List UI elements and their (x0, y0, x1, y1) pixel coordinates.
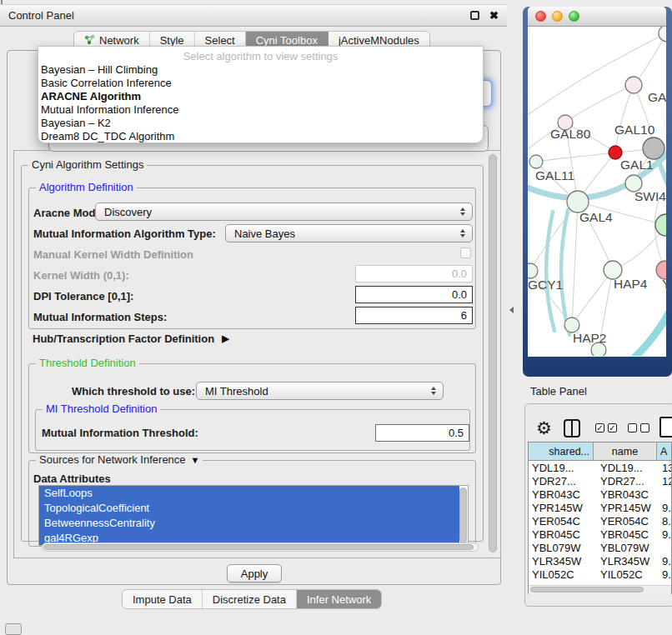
table-panel-title: Table Panel (530, 385, 587, 398)
list-item[interactable]: SelfLoops (39, 486, 459, 501)
collapsed-panel-icon[interactable] (5, 623, 22, 635)
mi-type-select[interactable]: Naive Bayes (225, 224, 473, 242)
zoom-window-icon[interactable] (569, 11, 579, 22)
kernel-width-input[interactable]: 0.0 (355, 265, 473, 282)
stepper-icon (460, 208, 465, 216)
settings-hscrollbar-thumb[interactable] (43, 544, 474, 550)
threshold-definition-title: Threshold Definition (36, 357, 139, 369)
table-row[interactable]: YBR045CYBR045C9. (529, 528, 671, 541)
unchecked-checkbox-icon[interactable] (628, 423, 637, 432)
dropdown-item[interactable]: Dream8 DC_TDC Algorithm (38, 130, 483, 143)
table-hscrollbar-track (529, 585, 671, 594)
mi-threshold-group: MI Threshold Definition Mutual Informati… (35, 409, 470, 451)
column-layout-icon[interactable] (564, 419, 580, 438)
aracne-mode-select[interactable]: Discovery (95, 202, 473, 221)
dropdown-item[interactable]: Mutual Information Inference (38, 103, 483, 117)
gear-icon[interactable]: ⚙ (536, 419, 552, 437)
manual-kernel-checkbox[interactable] (460, 248, 471, 258)
node-label: HAP2 (573, 331, 607, 345)
control-panel: Control Panel ✖ Network Style Select Cyn… (0, 4, 507, 614)
node-gal11[interactable] (529, 155, 543, 168)
dropdown-item[interactable]: Bayesian – Hill Climbing (38, 63, 483, 77)
screen: Control Panel ✖ Network Style Select Cyn… (0, 0, 672, 635)
network-window: GAL GAL80 GAL10 GAL1 GAL11 SWI4 GAL4 GCY… (528, 7, 666, 357)
table-header-row: shared... name A (529, 442, 671, 461)
tab-jactivemnodules-label: jActiveMNodules (339, 34, 419, 47)
dropdown-item-highlighted[interactable]: ARACNE Algorithm (38, 90, 483, 103)
node-label: GAL (648, 90, 666, 104)
cyni-algorithm-settings-title: Cyni Algorithm Settings (28, 158, 147, 171)
tab-impute-data[interactable]: Impute Data (123, 590, 203, 608)
mi-threshold-input[interactable]: 0.5 (375, 424, 469, 442)
stepper-icon (460, 229, 465, 238)
dropdown-item[interactable]: Basic Correlation Inference (38, 77, 483, 90)
table-row[interactable]: YDL19...YDL19...13 (529, 461, 671, 474)
mi-threshold-label: Mutual Information Threshold: (42, 427, 198, 439)
table-row[interactable]: YDR27...YDR27...12 (529, 474, 671, 488)
algorithm-definition-group: Algorithm Definition Aracne Mode: Discov… (28, 188, 476, 329)
cyni-bottom-tabs: Impute Data Discretize Data Infer Networ… (122, 589, 382, 609)
dropdown-item[interactable]: Bayesian – K2 (38, 117, 483, 130)
tab-discretize-data[interactable]: Discretize Data (203, 590, 297, 608)
expander-down-icon: ▼ (191, 455, 200, 465)
mi-steps-label: Mutual Information Steps: (33, 311, 167, 323)
column-header-partial[interactable]: A (657, 442, 672, 460)
table-row[interactable]: YER054CYER054C8. (529, 514, 671, 528)
list-item[interactable]: BetweennessCentrality (39, 516, 459, 531)
splitter-collapse-icon[interactable] (509, 307, 514, 313)
settings-hscrollbar-track (42, 542, 479, 552)
which-threshold-value: MI Threshold (205, 385, 268, 398)
table-row[interactable]: YBL079WYBL079W (529, 541, 671, 554)
node-label: Y (662, 277, 666, 291)
tab-discretize-data-label: Discretize Data (213, 593, 286, 606)
list-vscrollbar-thumb[interactable] (459, 488, 467, 543)
node-label: GAL80 (550, 127, 591, 141)
mi-threshold-title: MI Threshold Definition (43, 402, 160, 415)
cyni-algorithm-settings-group: Cyni Algorithm Settings Algorithm Defini… (21, 165, 484, 542)
node-label: GAL4 (579, 210, 613, 224)
node-label: HAP4 (614, 277, 648, 291)
checked-checkbox-icon[interactable]: ✓ (595, 423, 604, 432)
control-panel-title: Control Panel (8, 9, 470, 22)
table-row[interactable]: YBR043CYBR043C (529, 488, 671, 501)
close-panel-icon[interactable]: ✖ (489, 9, 499, 22)
node-gcy1[interactable] (528, 263, 538, 278)
network-window-titlebar[interactable] (528, 7, 666, 27)
table-row[interactable]: YLR345WYLR345W9. (529, 554, 671, 568)
which-threshold-label: Which threshold to use: (72, 385, 195, 398)
list-item[interactable]: TopologicalCoefficient (39, 501, 459, 516)
column-header-shared-name[interactable]: shared... (529, 442, 594, 460)
node-partial[interactable] (659, 27, 666, 42)
tab-select-label: Select (205, 34, 235, 47)
algorithm-definition-title: Algorithm Definition (36, 181, 137, 193)
algorithm-dropdown-popup: Select algorithm to view settings Bayesi… (38, 46, 484, 143)
table-hscrollbar-thumb[interactable] (530, 587, 644, 592)
table-row[interactable]: YIL052CYIL052C9. (529, 568, 671, 581)
node-gal-truncated[interactable] (625, 77, 642, 93)
column-header-name[interactable]: name (594, 442, 657, 460)
hub-definition-expander[interactable]: Hub/Transcription Factor Definition ▶ (33, 332, 229, 345)
node-green-right[interactable] (655, 214, 666, 236)
document-icon[interactable] (659, 417, 672, 438)
table-row[interactable]: YPR145WYPR145W9. (529, 501, 671, 514)
minimize-window-icon[interactable] (552, 11, 563, 22)
node-gal10[interactable] (643, 138, 664, 159)
float-panel-icon[interactable] (470, 11, 479, 20)
tab-impute-data-label: Impute Data (133, 593, 192, 606)
mi-type-label: Mutual Information Algorithm Type: (33, 228, 216, 240)
checked-checkbox-icon[interactable]: ✓ (608, 423, 617, 432)
tab-style-label: Style (160, 34, 184, 47)
data-attributes-label: Data Attributes (33, 472, 111, 485)
which-threshold-select[interactable]: MI Threshold (196, 382, 444, 400)
tab-infer-network-label: Infer Network (307, 593, 371, 606)
mi-steps-input[interactable]: 6 (355, 307, 473, 324)
close-window-icon[interactable] (535, 11, 546, 22)
settings-vscrollbar-thumb[interactable] (489, 154, 497, 552)
sources-title[interactable]: Sources for Network Inference ▼ (36, 453, 203, 466)
apply-button[interactable]: Apply (227, 564, 282, 582)
tab-infer-network[interactable]: Infer Network (297, 590, 381, 608)
dpi-tolerance-input[interactable]: 0.0 (355, 286, 473, 303)
network-graph: GAL GAL80 GAL10 GAL1 GAL11 SWI4 GAL4 GCY… (528, 27, 666, 356)
network-canvas[interactable]: GAL GAL80 GAL10 GAL1 GAL11 SWI4 GAL4 GCY… (528, 27, 666, 356)
unchecked-checkbox-icon[interactable] (640, 423, 649, 432)
